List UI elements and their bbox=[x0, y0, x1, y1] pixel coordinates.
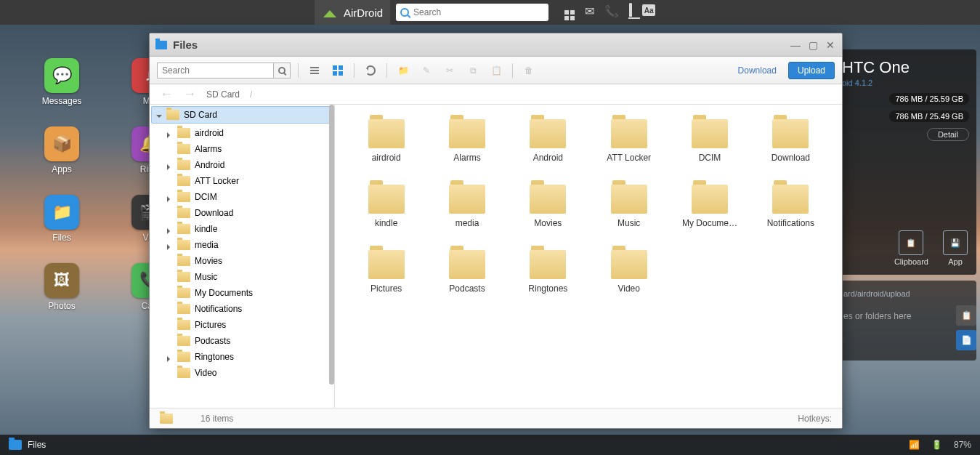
folder-music[interactable]: Music bbox=[592, 185, 665, 228]
crumb-sdcard[interactable]: SD Card bbox=[206, 89, 240, 100]
tree-item-kindle[interactable]: kindle bbox=[150, 221, 334, 237]
drop-hint: es or folders here bbox=[843, 311, 968, 321]
paste-side-button[interactable]: 📋 bbox=[956, 305, 976, 326]
expander-icon[interactable] bbox=[156, 112, 162, 118]
tree-item-airdroid[interactable]: airdroid bbox=[150, 125, 334, 141]
tree-label: My Documents bbox=[195, 288, 253, 298]
expander-icon[interactable] bbox=[167, 242, 173, 248]
folder-kindle[interactable]: kindle bbox=[349, 185, 423, 228]
text-size-icon[interactable]: Aa bbox=[642, 4, 655, 20]
tree-root[interactable]: SD Card bbox=[151, 106, 333, 124]
delete-button[interactable]: 🗑 bbox=[520, 63, 538, 78]
global-search[interactable] bbox=[396, 4, 548, 21]
tree-item-alarms[interactable]: Alarms bbox=[150, 141, 334, 157]
upload-button[interactable]: Upload bbox=[788, 62, 835, 79]
taskbar-files[interactable]: Files bbox=[9, 440, 46, 450]
folder-label: Music bbox=[617, 218, 640, 228]
tree-item-music[interactable]: Music bbox=[150, 269, 334, 285]
rename-button[interactable]: ✎ bbox=[418, 63, 435, 78]
device-panel: HTC One oid 4.1.2 786 MB / 25.59 GB 786 … bbox=[835, 49, 976, 275]
file-search-input[interactable] bbox=[157, 63, 273, 78]
phone-icon[interactable]: 📞 bbox=[604, 4, 619, 20]
tree-item-att-locker[interactable]: ATT Locker bbox=[150, 173, 334, 189]
expander-spacer bbox=[167, 258, 173, 264]
files-window: Files — ▢ ✕ 📁 ✎ ✂ ⧉ 📋 🗑 Download Upload … bbox=[149, 33, 843, 429]
folder-android[interactable]: Android bbox=[511, 119, 585, 163]
expander-icon[interactable] bbox=[167, 354, 173, 360]
tree-item-dcim[interactable]: DCIM bbox=[150, 189, 334, 205]
reload-icon bbox=[365, 65, 376, 76]
folder-pictures[interactable]: Pictures bbox=[349, 250, 423, 294]
brand[interactable]: AirDroid bbox=[315, 0, 390, 25]
folder-media[interactable]: media bbox=[430, 185, 503, 228]
tree-item-android[interactable]: Android bbox=[150, 157, 334, 173]
folder-my-documents[interactable]: My Docume… bbox=[673, 185, 746, 228]
device-action-app[interactable]: 💾App bbox=[943, 230, 968, 266]
tree-scrollbar[interactable] bbox=[329, 105, 334, 384]
expander-icon[interactable] bbox=[167, 226, 173, 232]
expander-icon[interactable] bbox=[167, 194, 173, 200]
folder-alarms[interactable]: Alarms bbox=[430, 119, 503, 163]
detail-button[interactable]: Detail bbox=[927, 128, 969, 141]
folder-ringtones[interactable]: Ringtones bbox=[511, 250, 585, 294]
action-icon: 📋 bbox=[899, 230, 923, 255]
global-search-input[interactable] bbox=[409, 7, 544, 17]
forward-button[interactable]: → bbox=[183, 86, 196, 102]
tree-item-podcasts[interactable]: Podcasts bbox=[150, 333, 334, 349]
tree-label: ATT Locker bbox=[195, 176, 239, 186]
paste-button[interactable]: 📋 bbox=[487, 63, 505, 78]
tree-label: Alarms bbox=[195, 144, 222, 154]
desktop-app-apps[interactable]: 📦Apps bbox=[40, 126, 84, 174]
folder-dcim[interactable]: DCIM bbox=[673, 119, 746, 163]
drop-panel[interactable]: ard/airdroid/upload es or folders here bbox=[835, 281, 976, 361]
tree-item-my-documents[interactable]: My Documents bbox=[150, 285, 334, 301]
expander-icon[interactable] bbox=[167, 162, 173, 168]
folder-podcasts[interactable]: Podcasts bbox=[430, 250, 503, 294]
tree-item-movies[interactable]: Movies bbox=[150, 253, 334, 269]
mail-icon[interactable]: ✉ bbox=[585, 4, 594, 20]
tree-item-notifications[interactable]: Notifications bbox=[150, 301, 334, 317]
folder-label: Podcasts bbox=[449, 283, 485, 294]
expander-spacer bbox=[167, 338, 173, 344]
view-list-button[interactable] bbox=[306, 63, 323, 78]
tree-item-pictures[interactable]: Pictures bbox=[150, 317, 334, 333]
folder-icon bbox=[530, 119, 566, 148]
tree-item-ringtones[interactable]: Ringtones bbox=[150, 349, 334, 365]
desktop-app-photos[interactable]: 🖼Photos bbox=[40, 263, 84, 311]
action-icon: 💾 bbox=[943, 230, 968, 255]
tree-item-download[interactable]: Download bbox=[150, 205, 334, 221]
maximize-button[interactable]: ▢ bbox=[807, 39, 819, 51]
close-button[interactable]: ✕ bbox=[825, 39, 836, 51]
cut-button[interactable]: ✂ bbox=[441, 63, 458, 78]
new-folder-button[interactable]: 📁 bbox=[394, 63, 412, 78]
back-button[interactable]: ← bbox=[160, 86, 173, 102]
file-search-button[interactable] bbox=[273, 63, 291, 78]
folder-video[interactable]: Video bbox=[592, 250, 665, 294]
tree-item-media[interactable]: media bbox=[150, 237, 334, 253]
minimize-button[interactable]: — bbox=[790, 39, 801, 51]
folder-label: Pictures bbox=[370, 283, 402, 294]
copy-button[interactable]: ⧉ bbox=[464, 63, 482, 78]
folder-icon bbox=[611, 119, 647, 148]
desktop-app-files[interactable]: 📁Files bbox=[40, 195, 84, 243]
tree-label: Podcasts bbox=[195, 336, 230, 346]
desktop-app-messages[interactable]: 💬Messages bbox=[40, 58, 84, 106]
view-grid-button[interactable] bbox=[329, 63, 347, 78]
folder-notifications[interactable]: Notifications bbox=[754, 185, 827, 228]
device-action-clipboard[interactable]: 📋Clipboard bbox=[894, 230, 928, 266]
tree-item-video[interactable]: Video bbox=[150, 365, 334, 381]
bell-icon[interactable] bbox=[629, 4, 632, 20]
hotkeys-label[interactable]: Hotkeys: bbox=[798, 414, 832, 424]
expander-icon[interactable] bbox=[167, 130, 173, 136]
upload-side-button[interactable]: 📄 bbox=[956, 330, 976, 350]
folder-att-locker[interactable]: ATT Locker bbox=[592, 119, 665, 163]
folder-download[interactable]: Download bbox=[754, 119, 827, 163]
download-button[interactable]: Download bbox=[738, 65, 777, 76]
folder-airdroid[interactable]: airdroid bbox=[349, 119, 423, 163]
tree-label: Notifications bbox=[195, 304, 242, 314]
apps-grid-icon[interactable] bbox=[564, 4, 575, 20]
titlebar[interactable]: Files — ▢ ✕ bbox=[150, 33, 842, 57]
folder-movies[interactable]: Movies bbox=[511, 185, 585, 228]
folder-icon bbox=[177, 288, 190, 298]
refresh-button[interactable] bbox=[362, 63, 379, 78]
